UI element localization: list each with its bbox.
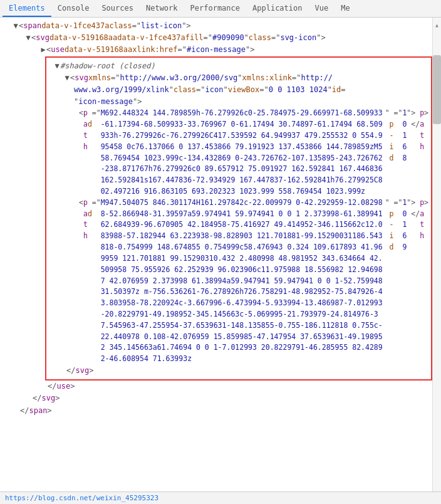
dom-line: ▶ <use data-v-519168aa xlink:href="#icon… — [0, 44, 432, 56]
tab-application[interactable]: Application — [246, 0, 308, 17]
shadow-svg-open: ▼ <svg xmlns="http://www.w3.org/2000/svg… — [46, 72, 431, 84]
shadow-path-1: <path d="M692.448324 144.789859h-76.2799… — [46, 108, 431, 197]
console-tab-label: Console — [58, 4, 90, 13]
shadow-root-label: #shadow-root (closed) — [60, 60, 155, 72]
dom-line: ▼ <svg data-v-519168aa data-v-1fce437a f… — [0, 32, 432, 44]
tab-performance[interactable]: Performance — [184, 0, 246, 17]
toggle-icon[interactable]: ▼ — [25, 32, 31, 44]
performance-tab-label: Performance — [190, 4, 240, 13]
tab-vue[interactable]: Vue — [309, 0, 335, 17]
scroll-track[interactable] — [433, 33, 441, 489]
shadow-path-2: <path d="M947.504075 846.301174H161.2978… — [46, 197, 431, 365]
vue-tab-label: Vue — [315, 4, 329, 13]
tab-me[interactable]: Me — [335, 0, 356, 17]
dom-line: ▼ <span data-v-1fce437a class="list-icon… — [0, 20, 432, 32]
toggle-icon[interactable]: ▼ — [64, 72, 70, 84]
elements-tab-label: Elements — [9, 4, 45, 13]
tab-sources[interactable]: Sources — [95, 0, 140, 17]
devtools-body: ▼ <span data-v-1fce437a class="list-icon… — [0, 18, 441, 504]
dom-line-span-close: </span> — [0, 405, 432, 417]
scroll-up-button[interactable]: ▲ — [433, 18, 441, 33]
scroll-up-arrow: ▲ — [435, 23, 438, 28]
shadow-svg-close: </svg> — [46, 365, 431, 377]
devtools-tabbar: Elements Console Sources Network Perform… — [0, 0, 441, 18]
toggle-icon[interactable]: ▼ — [54, 60, 60, 72]
toggle-icon[interactable]: ▼ — [13, 20, 19, 32]
status-bar: https://blog.csdn.net/weixin_45295323 — [0, 491, 441, 504]
toggle-icon[interactable]: ▶ — [40, 44, 46, 56]
dom-tree[interactable]: ▼ <span data-v-1fce437a class="list-icon… — [0, 18, 432, 504]
shadow-svg-open-2: www.w3.org/1999/xlink" class="icon" view… — [46, 84, 431, 96]
elements-panel: ▼ <span data-v-1fce437a class="list-icon… — [0, 18, 432, 504]
status-url[interactable]: https://blog.csdn.net/weixin_45295323 — [5, 494, 158, 502]
me-tab-label: Me — [341, 4, 350, 13]
shadow-root-label-line: ▼ #shadow-root (closed) — [46, 60, 431, 72]
shadow-root-container: ▼ #shadow-root (closed) ▼ <svg xmlns="ht… — [45, 56, 432, 381]
shadow-svg-open-3: "icon-message"> — [46, 96, 431, 108]
dom-line-use-close: </use> — [0, 381, 432, 392]
application-tab-label: Application — [252, 4, 302, 13]
tab-network[interactable]: Network — [140, 0, 184, 17]
tab-console[interactable]: Console — [51, 0, 96, 17]
scroll-thumb[interactable] — [433, 55, 441, 123]
dom-line-svg-close: </svg> — [0, 392, 432, 404]
scrollbar[interactable]: ▲ ▼ — [432, 18, 441, 504]
network-tab-label: Network — [146, 4, 178, 13]
sources-tab-label: Sources — [101, 4, 133, 13]
tab-elements[interactable]: Elements — [3, 0, 51, 17]
